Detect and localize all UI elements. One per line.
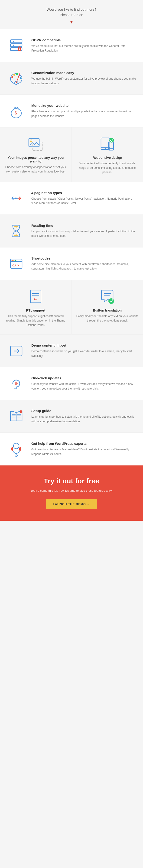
- svg-point-36: [11, 259, 13, 261]
- gdpr-description: We've made sure that our themes are full…: [31, 44, 136, 53]
- pagination-description: Choose from classic "Older Posts / Newer…: [31, 197, 136, 206]
- svg-rect-20: [29, 138, 39, 147]
- monetize-icon: $: [7, 102, 26, 120]
- monetize-description: Place banners or ad scripts into multipl…: [31, 109, 136, 118]
- reading-text: Reading time Let your visitors know how …: [31, 223, 136, 238]
- updates-title: One-click updates: [31, 376, 136, 380]
- svg-point-21: [30, 140, 32, 142]
- feature-setup: Setup guide Learn step-by-step, how to s…: [0, 400, 143, 433]
- svg-point-13: [20, 77, 22, 79]
- cta-title: Try it out for free: [7, 477, 136, 485]
- updates-text: One-click updates Connect your website w…: [31, 376, 136, 391]
- svg-text:</>: </>: [11, 263, 19, 268]
- svg-point-11: [16, 73, 18, 75]
- pagination-title: 4 pagination types: [31, 191, 136, 195]
- gdpr-icon: [7, 36, 26, 55]
- svg-line-14: [16, 73, 20, 83]
- svg-point-47: [15, 382, 18, 385]
- customization-text: Customization made easy We use the built…: [31, 71, 136, 86]
- images-title: Your images presented any way you want t…: [5, 156, 67, 163]
- translation-col: Built-in translation Easily modify or tr…: [72, 280, 143, 335]
- svg-point-30: [16, 197, 18, 199]
- svg-point-6: [19, 49, 20, 50]
- svg-rect-1: [10, 44, 22, 46]
- svg-rect-0: [10, 40, 22, 43]
- responsive-title: Responsive design: [92, 156, 122, 159]
- customization-title: Customization made easy: [31, 71, 136, 75]
- help-description: Got questions, issues or feature ideas? …: [31, 447, 136, 456]
- svg-point-25: [105, 148, 106, 149]
- gdpr-title: GDPR compatible: [31, 38, 136, 42]
- pagination-icon: [7, 189, 26, 208]
- svg-rect-39: [30, 290, 41, 303]
- shortcodes-title: Shortcodes: [31, 256, 136, 260]
- monetize-title: Monetize your website: [31, 103, 136, 107]
- svg-point-37: [13, 259, 15, 261]
- feature-help: Get help from WordPress experts Got ques…: [0, 433, 143, 465]
- launch-demo-button[interactable]: LAUNCH THE DEMO →: [46, 499, 97, 509]
- feature-shortcodes: </> Shortcodes Add some nice elements to…: [0, 247, 143, 280]
- customization-icon: [7, 69, 26, 88]
- chevron-down-icon: ▼: [5, 20, 138, 25]
- svg-rect-57: [11, 447, 13, 451]
- shortcodes-text: Shortcodes Add some nice elements to you…: [31, 256, 136, 271]
- help-text: Get help from WordPress experts Got ques…: [31, 441, 136, 456]
- feature-pagination: 4 pagination types Choose from classic "…: [0, 182, 143, 215]
- setup-icon: [7, 407, 26, 426]
- setup-title: Setup guide: [31, 409, 136, 413]
- reading-title: Reading time: [31, 223, 136, 227]
- shortcodes-icon: </>: [7, 254, 26, 273]
- feature-reading: Reading time Let your visitors know how …: [0, 215, 143, 247]
- svg-point-56: [13, 443, 19, 449]
- demo-title: Demo content import: [31, 343, 136, 347]
- customization-description: We use the built-in WordPress customizer…: [31, 76, 136, 86]
- images-description: Choose from a variety of aspect ratios o…: [5, 165, 67, 174]
- svg-point-3: [13, 41, 14, 42]
- setup-text: Setup guide Learn step-by-step, how to s…: [31, 409, 136, 424]
- reading-icon: [7, 222, 26, 240]
- svg-rect-58: [19, 447, 21, 451]
- responsive-description: Your content will scale perfectly to sui…: [76, 161, 139, 175]
- svg-point-10: [13, 74, 15, 76]
- svg-marker-55: [20, 410, 22, 413]
- responsive-col: Responsive design Your content will scal…: [72, 127, 143, 182]
- svg-point-45: [108, 298, 114, 304]
- responsive-icon: [98, 134, 117, 153]
- svg-point-9: [11, 76, 13, 78]
- header-section: Would you like to find out more? Please …: [0, 0, 143, 29]
- cta-description: You've come this far, now it's time to g…: [7, 489, 136, 493]
- rtl-description: This theme fully supports right-to-left …: [5, 314, 67, 328]
- setup-description: Learn step-by-step, how to setup this th…: [31, 414, 136, 424]
- help-icon: [7, 440, 26, 458]
- pagination-text: 4 pagination types Choose from classic "…: [31, 191, 136, 206]
- updates-description: Connect your website with the official E…: [31, 382, 136, 391]
- updates-icon: [7, 374, 26, 393]
- feature-updates: One-click updates Connect your website w…: [0, 367, 143, 400]
- translation-icon: [98, 287, 117, 306]
- svg-rect-26: [108, 142, 114, 150]
- shortcodes-description: Add some nice elements to your content w…: [31, 262, 136, 271]
- demo-text: Demo content import Demo content is incl…: [31, 343, 136, 358]
- two-col-rtl-translation: RTL support This theme fully supports ri…: [0, 280, 143, 335]
- help-title: Get help from WordPress experts: [31, 441, 136, 445]
- monetize-text: Monetize your website Place banners or a…: [31, 103, 136, 118]
- images-col: Your images presented any way you want t…: [0, 127, 72, 182]
- cta-section: Try it out for free You've come this far…: [0, 465, 143, 521]
- svg-text:$: $: [15, 111, 17, 115]
- feature-gdpr: GDPR compatible We've made sure that our…: [0, 29, 143, 62]
- reading-description: Let your visitors know how long it takes…: [31, 229, 136, 238]
- feature-demo: Demo content import Demo content is incl…: [0, 335, 143, 367]
- svg-point-4: [13, 44, 14, 46]
- svg-point-29: [15, 197, 16, 199]
- feature-customization: Customization made easy We use the built…: [0, 62, 143, 95]
- translation-description: Easily modify or translate any text on y…: [76, 314, 139, 323]
- rtl-col: RTL support This theme fully supports ri…: [0, 280, 72, 335]
- feature-monetize: $ Monetize your website Place banners or…: [0, 95, 143, 127]
- gdpr-text: GDPR compatible We've made sure that our…: [31, 38, 136, 53]
- two-col-images-responsive: Your images presented any way you want t…: [0, 127, 143, 182]
- demo-description: Demo content is included, so you get a w…: [31, 349, 136, 358]
- translation-title: Built-in translation: [93, 309, 122, 312]
- demo-icon: [7, 341, 26, 360]
- svg-point-60: [15, 455, 18, 456]
- rtl-title: RTL support: [26, 309, 45, 312]
